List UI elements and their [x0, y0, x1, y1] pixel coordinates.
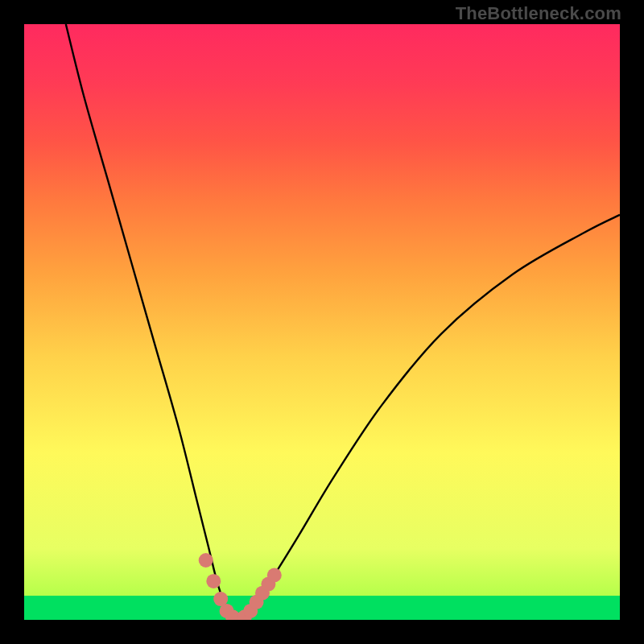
bottleneck-curve-svg — [24, 24, 620, 620]
highlight-point — [206, 574, 221, 588]
chart-frame: TheBottleneck.com — [0, 0, 644, 644]
watermark-text: TheBottleneck.com — [456, 3, 621, 24]
bottleneck-curve — [66, 24, 620, 620]
highlight-point — [267, 568, 282, 583]
highlight-point — [199, 553, 213, 568]
highlighted-points-group — [199, 553, 282, 620]
plot-area — [24, 24, 620, 620]
